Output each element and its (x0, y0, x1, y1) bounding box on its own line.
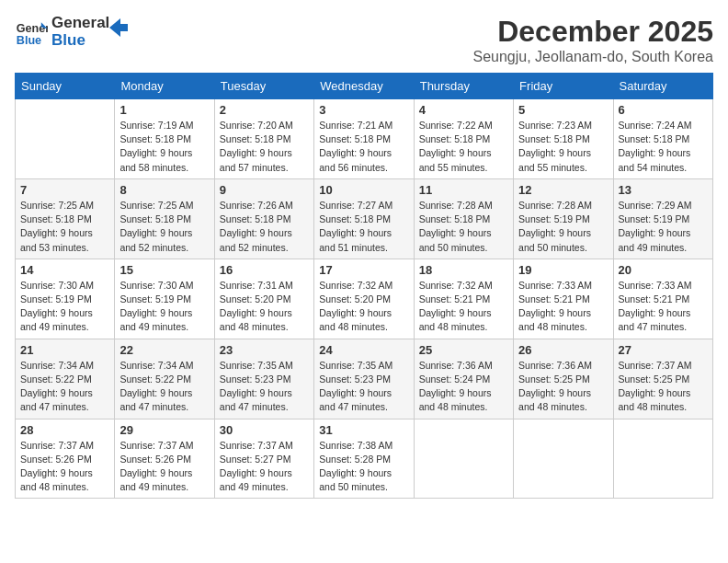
day-number: 2 (220, 103, 309, 117)
day-info: Sunrise: 7:21 AMSunset: 5:18 PMDaylight:… (319, 119, 408, 175)
day-number: 4 (419, 103, 508, 117)
day-number: 10 (319, 183, 408, 197)
calendar-cell: 22Sunrise: 7:34 AMSunset: 5:22 PMDayligh… (115, 339, 214, 419)
calendar-cell: 7Sunrise: 7:25 AMSunset: 5:18 PMDaylight… (16, 178, 115, 259)
day-info: Sunrise: 7:35 AMSunset: 5:23 PMDaylight:… (220, 359, 309, 415)
day-number: 26 (518, 343, 608, 357)
day-info: Sunrise: 7:33 AMSunset: 5:21 PMDaylight:… (619, 279, 708, 335)
calendar-cell: 4Sunrise: 7:22 AMSunset: 5:18 PMDaylight… (414, 99, 513, 179)
calendar-cell: 30Sunrise: 7:37 AMSunset: 5:27 PMDayligh… (214, 419, 313, 499)
day-info: Sunrise: 7:32 AMSunset: 5:21 PMDaylight:… (419, 279, 508, 335)
location: Seungju, Jeollanam-do, South Korea (472, 49, 713, 65)
page-header: General Blue General Blue December 2025 … (15, 15, 713, 65)
calendar-cell: 9Sunrise: 7:26 AMSunset: 5:18 PMDaylight… (214, 178, 313, 259)
calendar-cell: 21Sunrise: 7:34 AMSunset: 5:22 PMDayligh… (16, 339, 115, 419)
day-number: 19 (518, 263, 608, 277)
day-number: 15 (119, 263, 209, 277)
day-info: Sunrise: 7:37 AMSunset: 5:26 PMDaylight:… (119, 439, 209, 495)
day-number: 30 (220, 423, 309, 437)
calendar-cell: 3Sunrise: 7:21 AMSunset: 5:18 PMDaylight… (314, 99, 414, 179)
calendar-cell: 20Sunrise: 7:33 AMSunset: 5:21 PMDayligh… (613, 259, 712, 339)
day-number: 11 (419, 183, 508, 197)
calendar-cell: 26Sunrise: 7:36 AMSunset: 5:25 PMDayligh… (514, 339, 613, 419)
calendar-cell (613, 419, 712, 499)
day-number: 12 (518, 183, 608, 197)
svg-marker-4 (109, 18, 128, 37)
day-info: Sunrise: 7:35 AMSunset: 5:23 PMDaylight:… (319, 359, 408, 415)
day-number: 7 (20, 183, 109, 197)
day-info: Sunrise: 7:36 AMSunset: 5:24 PMDaylight:… (419, 359, 508, 415)
weekday-header-row: SundayMondayTuesdayWednesdayThursdayFrid… (16, 74, 713, 99)
week-row-4: 21Sunrise: 7:34 AMSunset: 5:22 PMDayligh… (16, 339, 713, 419)
day-info: Sunrise: 7:31 AMSunset: 5:20 PMDaylight:… (220, 279, 309, 335)
calendar-cell: 28Sunrise: 7:37 AMSunset: 5:26 PMDayligh… (16, 419, 115, 499)
logo: General Blue General Blue (15, 15, 128, 49)
day-number: 22 (119, 343, 209, 357)
day-number: 6 (619, 103, 708, 117)
calendar-cell: 8Sunrise: 7:25 AMSunset: 5:18 PMDaylight… (115, 178, 214, 259)
day-number: 13 (619, 183, 708, 197)
weekday-header-thursday: Thursday (414, 74, 513, 99)
calendar-cell (514, 419, 613, 499)
logo-icon: General Blue (15, 16, 48, 49)
day-info: Sunrise: 7:34 AMSunset: 5:22 PMDaylight:… (20, 359, 109, 415)
calendar-cell: 6Sunrise: 7:24 AMSunset: 5:18 PMDaylight… (613, 99, 712, 179)
weekday-header-sunday: Sunday (16, 74, 115, 99)
calendar-cell: 14Sunrise: 7:30 AMSunset: 5:19 PMDayligh… (16, 259, 115, 339)
day-info: Sunrise: 7:28 AMSunset: 5:18 PMDaylight:… (419, 199, 508, 255)
calendar-cell: 11Sunrise: 7:28 AMSunset: 5:18 PMDayligh… (414, 178, 513, 259)
day-number: 29 (119, 423, 209, 437)
calendar-cell: 12Sunrise: 7:28 AMSunset: 5:19 PMDayligh… (514, 178, 613, 259)
day-number: 24 (319, 343, 408, 357)
weekday-header-friday: Friday (514, 74, 613, 99)
day-info: Sunrise: 7:37 AMSunset: 5:25 PMDaylight:… (619, 359, 708, 415)
day-info: Sunrise: 7:34 AMSunset: 5:22 PMDaylight:… (119, 359, 209, 415)
day-info: Sunrise: 7:26 AMSunset: 5:18 PMDaylight:… (220, 199, 309, 255)
day-number: 8 (119, 183, 209, 197)
week-row-5: 28Sunrise: 7:37 AMSunset: 5:26 PMDayligh… (16, 419, 713, 499)
day-info: Sunrise: 7:20 AMSunset: 5:18 PMDaylight:… (220, 119, 309, 175)
calendar-cell (16, 99, 115, 179)
calendar-cell: 10Sunrise: 7:27 AMSunset: 5:18 PMDayligh… (314, 178, 414, 259)
day-number: 9 (220, 183, 309, 197)
calendar-cell: 16Sunrise: 7:31 AMSunset: 5:20 PMDayligh… (214, 259, 313, 339)
svg-text:Blue: Blue (17, 33, 41, 46)
day-number: 16 (220, 263, 309, 277)
weekday-header-tuesday: Tuesday (214, 74, 313, 99)
calendar-cell: 17Sunrise: 7:32 AMSunset: 5:20 PMDayligh… (314, 259, 414, 339)
week-row-3: 14Sunrise: 7:30 AMSunset: 5:19 PMDayligh… (16, 259, 713, 339)
calendar-cell: 19Sunrise: 7:33 AMSunset: 5:21 PMDayligh… (514, 259, 613, 339)
week-row-1: 1Sunrise: 7:19 AMSunset: 5:18 PMDaylight… (16, 99, 713, 179)
calendar-cell: 2Sunrise: 7:20 AMSunset: 5:18 PMDaylight… (214, 99, 313, 179)
day-number: 18 (419, 263, 508, 277)
day-info: Sunrise: 7:36 AMSunset: 5:25 PMDaylight:… (518, 359, 608, 415)
day-info: Sunrise: 7:22 AMSunset: 5:18 PMDaylight:… (419, 119, 508, 175)
weekday-header-monday: Monday (115, 74, 214, 99)
calendar-cell: 24Sunrise: 7:35 AMSunset: 5:23 PMDayligh… (314, 339, 414, 419)
day-info: Sunrise: 7:33 AMSunset: 5:21 PMDaylight:… (518, 279, 608, 335)
day-number: 5 (518, 103, 608, 117)
day-info: Sunrise: 7:30 AMSunset: 5:19 PMDaylight:… (119, 279, 209, 335)
day-info: Sunrise: 7:30 AMSunset: 5:19 PMDaylight:… (20, 279, 109, 335)
day-info: Sunrise: 7:37 AMSunset: 5:27 PMDaylight:… (220, 439, 309, 495)
calendar-cell: 1Sunrise: 7:19 AMSunset: 5:18 PMDaylight… (115, 99, 214, 179)
calendar-cell: 5Sunrise: 7:23 AMSunset: 5:18 PMDaylight… (514, 99, 613, 179)
day-number: 28 (20, 423, 109, 437)
day-number: 3 (319, 103, 408, 117)
day-info: Sunrise: 7:25 AMSunset: 5:18 PMDaylight:… (20, 199, 109, 255)
day-number: 27 (619, 343, 708, 357)
calendar-cell: 15Sunrise: 7:30 AMSunset: 5:19 PMDayligh… (115, 259, 214, 339)
weekday-header-saturday: Saturday (613, 74, 712, 99)
month-title: December 2025 (472, 15, 713, 49)
day-info: Sunrise: 7:27 AMSunset: 5:18 PMDaylight:… (319, 199, 408, 255)
day-number: 14 (20, 263, 109, 277)
day-info: Sunrise: 7:19 AMSunset: 5:18 PMDaylight:… (119, 119, 209, 175)
logo-blue: Blue (51, 32, 109, 50)
day-info: Sunrise: 7:28 AMSunset: 5:19 PMDaylight:… (518, 199, 608, 255)
day-number: 31 (319, 423, 408, 437)
calendar-cell: 29Sunrise: 7:37 AMSunset: 5:26 PMDayligh… (115, 419, 214, 499)
calendar-cell (414, 419, 513, 499)
calendar-cell: 27Sunrise: 7:37 AMSunset: 5:25 PMDayligh… (613, 339, 712, 419)
calendar-cell: 18Sunrise: 7:32 AMSunset: 5:21 PMDayligh… (414, 259, 513, 339)
day-number: 25 (419, 343, 508, 357)
